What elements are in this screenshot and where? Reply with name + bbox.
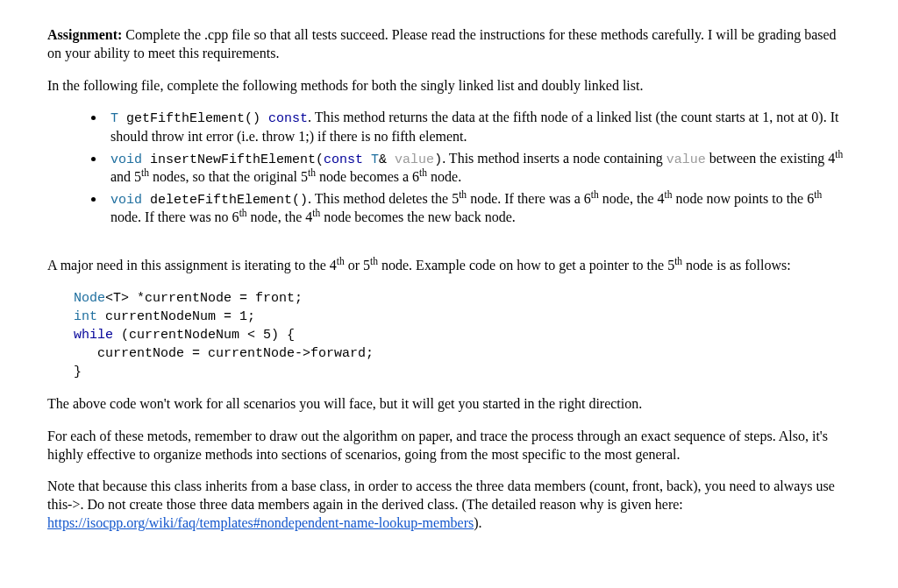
assignment-heading-paragraph: Assignment: Complete the .cpp file so th…: [47, 26, 851, 63]
bullet-text-a: . This method inserts a node containing: [442, 151, 666, 166]
method-bullet-list: T getFifthElement() const. This method r…: [47, 109, 851, 227]
assignment-intro-text: Complete the .cpp file so that all tests…: [47, 27, 837, 60]
bullet-delete-fifth: void deleteFifthElement(). This method d…: [105, 190, 851, 227]
spacer: [47, 244, 851, 257]
isocpp-faq-link[interactable]: https://isocpp.org/wiki/faq/templates#no…: [47, 515, 474, 530]
advice-paragraph: For each of these metods, remember to dr…: [47, 428, 851, 464]
caveat-paragraph: The above code won't work for all scenar…: [47, 395, 851, 414]
example-code-block: Node<T> *currentNode = front; int curren…: [74, 289, 851, 381]
method-signature: T getFifthElement() const: [110, 111, 308, 126]
instructions-paragraph: In the following file, complete the foll…: [47, 77, 851, 96]
assignment-label: Assignment:: [47, 27, 122, 42]
document-page: Assignment: Complete the .cpp file so th…: [0, 0, 898, 554]
iteration-hint-paragraph: A major need in this assignment is itera…: [47, 257, 851, 275]
inline-code-value: value: [666, 152, 706, 167]
inheritance-note-paragraph: Note that because this class inherits fr…: [47, 478, 851, 532]
method-signature: void insertNewFifthElement(const T& valu…: [110, 152, 442, 167]
method-signature: void deleteFifthElement(): [110, 193, 308, 208]
bullet-insert-fifth: void insertNewFifthElement(const T& valu…: [105, 150, 851, 187]
bullet-get-fifth: T getFifthElement() const. This method r…: [105, 109, 851, 145]
